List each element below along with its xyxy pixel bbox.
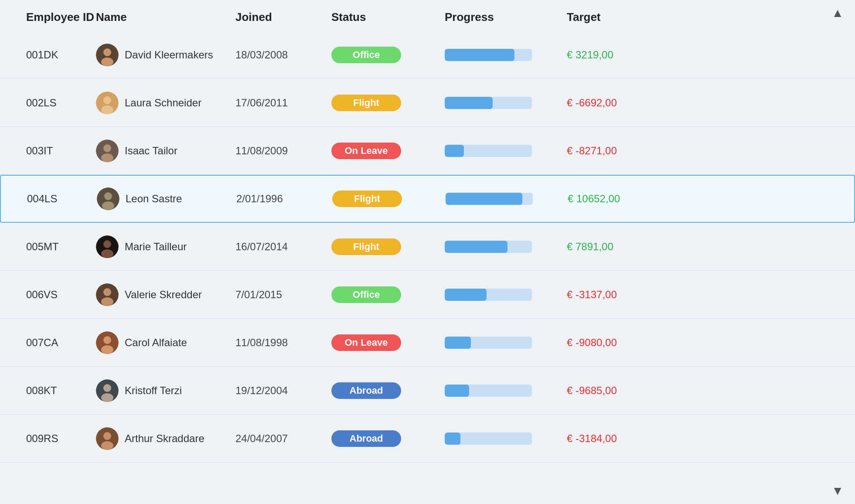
avatar [96, 92, 119, 114]
header-name: Name [96, 10, 235, 24]
table-row[interactable]: 002LS Laura Schneider 17/06/2011 Flight … [0, 79, 855, 127]
cell-name: Kristoff Terzi [96, 379, 235, 402]
status-badge: Flight [331, 95, 401, 111]
svg-point-5 [101, 106, 113, 114]
cell-progress [445, 49, 567, 61]
cell-employee-id: 007CA [26, 337, 96, 349]
header-target: Target [567, 10, 680, 24]
status-badge: Office [331, 286, 401, 303]
cell-employee-id: 003IT [26, 145, 96, 157]
cell-employee-id: 005MT [26, 241, 96, 253]
employee-name: Leon Sastre [126, 193, 182, 205]
employee-name: Laura Schneider [125, 97, 201, 109]
table-body: 001DK David Kleermakers 18/03/2008 Offic… [0, 31, 855, 463]
svg-point-25 [103, 432, 111, 440]
progress-bar [445, 337, 532, 349]
status-badge: Office [331, 47, 401, 63]
employee-name: Isaac Tailor [125, 145, 177, 157]
cell-progress [445, 97, 567, 109]
progress-fill [445, 337, 471, 349]
progress-bar [445, 49, 532, 61]
cell-status: Abroad [331, 430, 445, 447]
status-badge: Flight [331, 238, 401, 255]
cell-employee-id: 009RS [26, 432, 96, 445]
svg-point-20 [101, 345, 113, 354]
cell-target: € 10652,00 [568, 193, 681, 205]
progress-bar [445, 97, 532, 109]
cell-target: € -6692,00 [567, 97, 680, 109]
table-row[interactable]: 006VS Valerie Skredder 7/01/2015 Office … [0, 271, 855, 319]
cell-progress [445, 289, 567, 301]
table-row[interactable]: 003IT Isaac Tailor 11/08/2009 On Leave €… [0, 127, 855, 175]
progress-bar [445, 289, 532, 301]
svg-point-8 [101, 153, 113, 162]
scroll-down-button[interactable]: ▼ [829, 482, 846, 500]
svg-point-10 [104, 192, 112, 200]
cell-joined: 17/06/2011 [235, 97, 331, 109]
avatar [96, 283, 119, 306]
svg-point-11 [102, 201, 114, 210]
status-badge: On Leave [331, 143, 401, 159]
cell-progress [445, 432, 567, 445]
svg-point-1 [103, 48, 111, 56]
cell-target: € -3137,00 [567, 289, 680, 301]
progress-bar [446, 193, 533, 205]
cell-progress [445, 145, 567, 157]
avatar [96, 331, 119, 354]
cell-employee-id: 008KT [26, 385, 96, 397]
cell-target: € -9685,00 [567, 385, 680, 397]
avatar [96, 427, 119, 450]
avatar [96, 379, 119, 402]
cell-joined: 11/08/2009 [235, 145, 331, 157]
table-row[interactable]: 001DK David Kleermakers 18/03/2008 Offic… [0, 31, 855, 79]
table-header: Employee ID Name Joined Status Progress … [0, 0, 855, 31]
cell-name: Isaac Tailor [96, 140, 235, 162]
progress-fill [445, 432, 460, 445]
svg-point-22 [103, 384, 111, 392]
cell-name: Laura Schneider [96, 92, 235, 114]
table-row[interactable]: 005MT Marie Tailleur 16/07/2014 Flight €… [0, 223, 855, 271]
header-status: Status [331, 10, 445, 24]
table-row[interactable]: 004LS Leon Sastre 2/01/1996 Flight € 106… [0, 175, 855, 223]
progress-fill [445, 241, 508, 253]
employee-name: Kristoff Terzi [125, 385, 182, 397]
cell-status: Office [331, 286, 445, 303]
cell-joined: 2/01/1996 [236, 193, 332, 205]
cell-joined: 18/03/2008 [235, 49, 331, 61]
cell-status: Flight [331, 238, 445, 255]
employee-name: Arthur Skraddare [125, 432, 204, 445]
progress-fill [445, 145, 464, 157]
cell-employee-id: 006VS [26, 289, 96, 301]
cell-target: € -8271,00 [567, 145, 680, 157]
cell-joined: 11/08/1998 [235, 337, 331, 349]
svg-point-23 [101, 393, 113, 402]
svg-point-16 [103, 288, 111, 296]
cell-status: Abroad [331, 382, 445, 399]
svg-point-14 [101, 249, 113, 258]
employee-name: Carol Alfaiate [125, 337, 187, 349]
header-employee-id: Employee ID [26, 10, 96, 24]
cell-target: € 3219,00 [567, 49, 680, 61]
progress-fill [445, 97, 493, 109]
status-badge: On Leave [331, 334, 401, 351]
header-progress: Progress [445, 10, 567, 24]
progress-bar [445, 385, 532, 397]
svg-point-13 [103, 240, 111, 248]
table-row[interactable]: 009RS Arthur Skraddare 24/04/2007 Abroad… [0, 415, 855, 463]
progress-bar [445, 145, 532, 157]
cell-target: € 7891,00 [567, 241, 680, 253]
cell-status: Flight [332, 191, 446, 207]
table-row[interactable]: 007CA Carol Alfaiate 11/08/1998 On Leave… [0, 319, 855, 367]
status-badge: Abroad [331, 382, 401, 399]
status-badge: Abroad [331, 430, 401, 447]
progress-bar [445, 432, 532, 445]
table-row[interactable]: 008KT Kristoff Terzi 19/12/2004 Abroad €… [0, 367, 855, 415]
cell-status: Office [331, 47, 445, 63]
cell-target: € -3184,00 [567, 432, 680, 445]
progress-fill [445, 289, 487, 301]
cell-progress [445, 385, 567, 397]
avatar [96, 44, 119, 66]
svg-point-19 [103, 336, 111, 344]
scroll-up-button[interactable]: ▲ [829, 4, 846, 22]
cell-progress [446, 193, 568, 205]
